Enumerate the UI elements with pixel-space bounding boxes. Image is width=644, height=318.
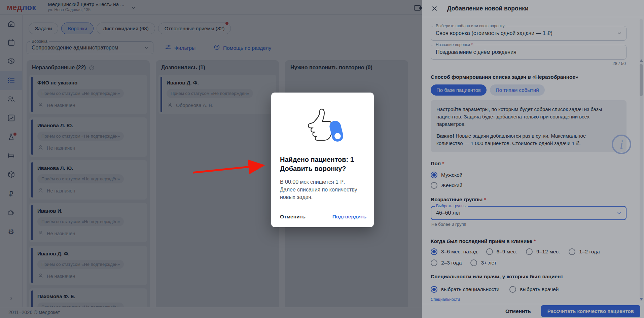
modal-body-line1: В 00:00 мск спишется 1 ₽. [280, 178, 365, 186]
modal-body-text: В 00:00 мск спишется 1 ₽. Далее списания… [280, 178, 365, 201]
confirm-funnel-modal: Найдено пациентов: 1 Добавить воронку? В… [271, 93, 374, 227]
modal-title-line2: Добавить воронку? [280, 164, 365, 173]
modal-title: Найдено пациентов: 1 Добавить воронку? [280, 155, 365, 173]
thumbs-up-illustration [294, 103, 351, 150]
modal-title-line1: Найдено пациентов: 1 [280, 155, 365, 164]
modal-body-line3: новых задач. [280, 193, 365, 201]
modal-body-line2: Далее списания по количеству [280, 186, 365, 194]
modal-cancel-button[interactable]: Отменить [280, 214, 306, 220]
cuff-shape [328, 120, 344, 143]
modal-actions: Отменить Подтвердить [280, 214, 366, 220]
app-root: медлок Медицинский центр «Тест» на ... у… [0, 0, 644, 318]
modal-confirm-button[interactable]: Подтвердить [332, 214, 366, 220]
